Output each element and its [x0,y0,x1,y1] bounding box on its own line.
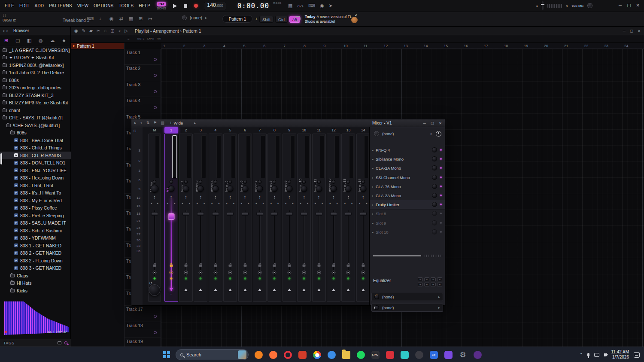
slot-mix-knob[interactable] [432,184,437,189]
eq-band-icon[interactable]: ~ [418,283,423,286]
swap-arrows-icon[interactable]: ◂▸ [357,201,370,204]
playlist-maximize-icon[interactable]: ▢ [630,29,633,33]
track-mute-dot[interactable] [154,58,157,61]
timeline-bar-8[interactable]: 8 [304,44,306,48]
eq-band-icon[interactable]: ~ [437,283,442,286]
browser-scrollbar[interactable] [0,153,2,164]
fx-slot-5[interactable]: ▸CLA-76 Mono [370,182,445,191]
pointer-icon[interactable]: ➤ [328,3,332,9]
mixer-menu-arrow-icon[interactable]: ▸ [134,121,137,125]
fader-lock-icon[interactable] [288,265,291,267]
eq-band-icon[interactable]: ~ [431,277,436,281]
browser-sample-item[interactable]: 808 - Sch..rl Sashimi [0,227,71,234]
mixer-channel-14[interactable]: 14Insert 14▴▾◂▸ [356,127,370,304]
timeline-bar-2[interactable]: 2 [183,44,185,48]
fader-track[interactable] [170,198,172,291]
pan-knob[interactable] [228,180,232,184]
link-arrows-icon[interactable]: ▴▾ [224,195,237,199]
link-arrows-icon[interactable]: ▴▾ [327,195,340,199]
browser-folder-item[interactable]: Claps [0,272,71,280]
mute-led[interactable] [229,277,231,280]
stereo-knob[interactable] [227,186,234,192]
link-arrows-icon[interactable]: ▴▾ [179,195,192,199]
mute-led[interactable] [318,277,320,280]
channel-strip-body[interactable]: Insert 5▴▾◂▸ [223,134,237,302]
track-mute-dot[interactable] [154,90,157,93]
eq-band-icon[interactable]: ~ [437,277,442,281]
pan-knob[interactable] [213,180,217,184]
stereo-knob[interactable] [360,186,366,192]
fader-lock-icon[interactable] [258,265,261,267]
pan-knob[interactable] [243,180,247,184]
browser-sample-item[interactable]: 808 - I Rot, I Rot. [0,182,71,189]
link-arrows-icon[interactable]: ▴▾ [268,195,281,199]
tags-label[interactable]: TAGS [3,341,15,345]
timeline-bar-21[interactable]: 21 [564,44,568,48]
route-up-icon[interactable] [332,289,335,291]
search-box[interactable]: Search [176,349,249,360]
browser-sample-item[interactable]: 808 - DON..TELL NO1 [0,159,71,167]
controller-value[interactable]: (none) [190,15,202,20]
blend-recording-icon[interactable]: ⇄ [119,16,123,21]
playlist-minimize-icon[interactable]: ─ [623,29,626,33]
metronome-icon[interactable]: ♩ [99,16,104,21]
controller-combo[interactable]: (none) ▸ [182,15,207,20]
browser-folder-item[interactable]: Hi Hats [0,280,71,287]
arm-record-button[interactable] [273,271,276,274]
touch-keyboard-icon[interactable] [594,353,599,357]
track-mute-dot[interactable] [154,331,157,334]
pan-knob[interactable] [302,180,306,184]
timeline-bar-23[interactable]: 23 [604,44,608,48]
swap-arrows-icon[interactable]: ◂▸ [283,201,296,204]
swap-arrows-icon[interactable]: ◂▸ [209,201,222,204]
channel-strip-body[interactable]: Insert 7▴▾◂▸ [253,134,267,302]
browser-folder-item[interactable]: BLIZZY STASH KIT_3 [0,91,71,99]
mute-led[interactable] [185,277,187,280]
fx-slot-2[interactable]: ▸Sibilance Mono [370,155,445,164]
stereo-knob[interactable] [271,186,278,192]
arm-record-button[interactable] [243,271,247,274]
pan-knob[interactable] [287,180,291,184]
fx-slot-10[interactable]: ▸Slot 10 [370,228,445,237]
slot-arrow-icon[interactable]: ▸ [372,212,376,215]
channel-strip-body[interactable]: Master▴▾◂▸↺ [148,134,161,302]
menu-item-patterns[interactable]: PATTERNS [47,2,74,9]
browser-sample-item[interactable]: 808 1 - GET NAKED [0,242,71,249]
send-arrow-icon[interactable]: ▸ [438,306,440,310]
arm-record-button[interactable] [153,271,157,274]
stereo-knob[interactable] [168,186,174,192]
channel-strip-body[interactable]: Insert 14▴▾◂▸ [356,134,370,302]
media-player-icon[interactable] [297,350,307,360]
route-up-icon[interactable] [243,289,247,291]
browser-folder-item[interactable]: ✦ GLORY ✦ Stash Kit [0,54,71,62]
plugin-database-icon[interactable]: ◧ [27,38,31,43]
channel-number[interactable]: 12 [327,127,340,133]
pan-knob[interactable] [317,180,321,184]
channel-number[interactable]: 11 [312,127,326,133]
zoom-tool-icon[interactable]: ⌕ [118,28,121,33]
search-highlight-thumbnail[interactable] [238,350,246,359]
pat-mode-button[interactable]: PAT [157,2,166,6]
arm-record-button[interactable] [302,271,306,274]
slot-mix-knob[interactable] [432,220,437,225]
mixer-channel-2[interactable]: 2Insert 2▴▾◂▸ [179,127,193,304]
browser-folder-item[interactable]: chant [0,106,71,114]
track-mute-dot[interactable] [154,315,157,318]
swap-arrows-icon[interactable]: ◂▸ [149,201,161,204]
browser-sample-item[interactable]: 808 2 - H..oing Down [0,257,71,265]
epic-games-icon[interactable]: EPIC [370,350,380,360]
track-row[interactable]: Track 19 [125,338,161,347]
mute-led[interactable] [347,277,349,280]
typing-keyboard-icon[interactable]: ⌨ [308,3,315,9]
slot-enable-led[interactable] [440,186,442,187]
stereo-knob[interactable] [197,186,204,192]
fx-slot-6[interactable]: ▸CLA-2A Mono [370,191,445,200]
browser-folder-item[interactable]: 1rott John Gl..2 The Deluxe [0,69,71,77]
channel-number[interactable]: 1 [164,127,178,133]
link-arrows-icon[interactable]: ▴▾ [209,195,222,199]
link-arrows-icon[interactable]: ▴▾ [342,195,355,199]
note-length-value[interactable]: 32♪ [297,4,304,8]
master-big-knob[interactable] [149,284,161,296]
time-display[interactable]: 0:00.00 M:S:CS [237,2,269,10]
fader-handle[interactable] [212,212,219,216]
